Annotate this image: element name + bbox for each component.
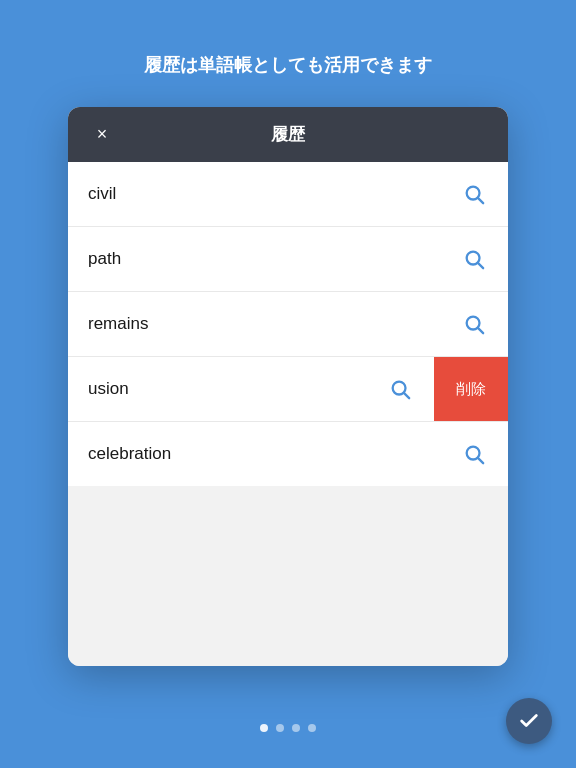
delete-button[interactable]: 削除 [434,357,508,421]
modal-container: × 履歴 civil path [68,107,508,666]
item-text-remains: remains [88,314,460,334]
item-text-celebration: celebration [88,444,460,464]
item-text-path: path [88,249,460,269]
svg-line-5 [478,328,483,333]
dot-2 [276,724,284,732]
svg-line-9 [478,458,483,463]
dot-3 [292,724,300,732]
item-text-usion: usion [88,379,386,399]
list-item: remains [68,292,508,357]
svg-line-1 [478,198,483,203]
search-icon-path[interactable] [460,245,488,273]
close-icon: × [97,124,108,145]
pagination-dots [260,724,316,732]
close-button[interactable]: × [88,121,116,149]
svg-line-7 [404,393,409,398]
item-text-civil: civil [88,184,460,204]
search-icon-remains[interactable] [460,310,488,338]
history-list: civil path remains [68,162,508,486]
svg-line-3 [478,263,483,268]
dot-1 [260,724,268,732]
list-item: civil [68,162,508,227]
search-icon-civil[interactable] [460,180,488,208]
list-item: path [68,227,508,292]
empty-area [68,486,508,666]
list-item: celebration [68,422,508,486]
fab-button[interactable] [506,698,552,744]
page-title: 履歴は単語帳としても活用できます [104,0,472,107]
dot-4 [308,724,316,732]
search-icon-celebration[interactable] [460,440,488,468]
swipe-row-content: usion [68,357,434,421]
swipe-row-usion: usion 削除 [68,357,508,422]
search-icon-usion[interactable] [386,375,414,403]
checkmark-icon [518,710,540,732]
modal-header: × 履歴 [68,107,508,162]
modal-title: 履歴 [271,123,305,146]
